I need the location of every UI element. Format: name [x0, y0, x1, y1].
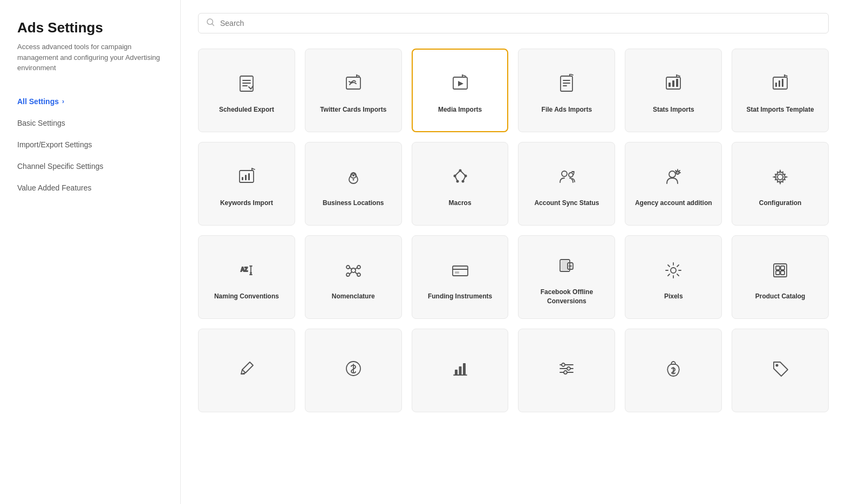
svg-rect-27: [779, 80, 780, 87]
svg-line-88: [668, 274, 670, 276]
sidebar-item-basic-settings[interactable]: Basic Settings: [17, 112, 163, 134]
card-row4-5[interactable]: [625, 329, 722, 412]
configuration-icon: [766, 163, 794, 191]
svg-rect-93: [781, 271, 784, 275]
svg-rect-90: [776, 266, 780, 270]
svg-point-66: [357, 265, 360, 269]
card-nomenclature[interactable]: Nomenclature: [305, 235, 402, 319]
svg-line-70: [355, 268, 357, 269]
svg-rect-20: [668, 83, 671, 87]
svg-rect-89: [774, 264, 787, 277]
svg-point-48: [456, 180, 459, 183]
svg-point-67: [346, 273, 350, 276]
nomenclature-icon: [339, 256, 367, 284]
svg-point-80: [671, 268, 676, 273]
card-row4-1[interactable]: [198, 329, 295, 412]
svg-line-18: [570, 74, 573, 75]
svg-rect-101: [463, 363, 466, 375]
svg-line-12: [462, 75, 466, 76]
svg-point-105: [562, 363, 565, 366]
card-media-imports[interactable]: Media Imports: [412, 49, 509, 132]
card-label-scheduled-export: Scheduled Export: [219, 105, 274, 114]
card-keywords-import[interactable]: Keywords Import: [198, 142, 295, 226]
svg-rect-32: [242, 177, 243, 180]
sidebar-nav: All Settings›Basic SettingsImport/Export…: [17, 91, 163, 199]
svg-point-38: [352, 174, 354, 176]
svg-rect-13: [561, 76, 572, 91]
svg-rect-75: [455, 271, 459, 274]
svg-rect-34: [248, 173, 250, 180]
card-label-macros: Macros: [449, 199, 472, 208]
svg-rect-100: [459, 366, 461, 375]
card-label-keywords-import: Keywords Import: [220, 199, 273, 208]
svg-rect-22: [676, 79, 678, 87]
card-funding-instruments[interactable]: Funding Instruments: [412, 235, 509, 319]
file-ads-icon: [552, 70, 581, 98]
chevron-right-icon: ›: [62, 98, 64, 105]
svg-rect-26: [775, 83, 777, 87]
svg-point-39: [352, 179, 354, 181]
sidebar-item-import-export[interactable]: Import/Export Settings: [17, 134, 163, 155]
card-twitter-cards-imports[interactable]: Twitter Cards Imports: [305, 49, 402, 132]
card-label-configuration: Configuration: [759, 199, 802, 208]
card-row4-6[interactable]: [732, 329, 829, 412]
card-scheduled-export[interactable]: Scheduled Export: [198, 49, 295, 132]
card-label-stat-imports-template: Stat Imports Template: [747, 105, 814, 114]
svg-line-72: [355, 272, 357, 274]
svg-rect-92: [776, 271, 780, 275]
svg-point-52: [669, 171, 676, 178]
card-agency-account-addition[interactable]: Agency account addition: [625, 142, 722, 226]
card-label-nomenclature: Nomenclature: [332, 292, 375, 301]
svg-text:Z: Z: [244, 267, 248, 273]
svg-line-94: [242, 370, 245, 373]
bar-chart-icon: [446, 355, 474, 383]
card-label-product-catalog: Product Catalog: [755, 292, 806, 301]
search-bar[interactable]: [198, 13, 829, 33]
sidebar-item-all-settings[interactable]: All Settings›: [17, 91, 163, 112]
card-business-locations[interactable]: Business Locations: [305, 142, 402, 226]
card-product-catalog[interactable]: Product Catalog: [732, 235, 829, 319]
stats-imports-icon: [659, 70, 687, 98]
scheduled-export-icon: [233, 70, 261, 98]
card-label-agency-account-addition: Agency account addition: [635, 199, 712, 208]
card-file-ads-imports[interactable]: File Ads Imports: [518, 49, 615, 132]
card-naming-conventions[interactable]: A Z Naming Conventions: [198, 235, 295, 319]
card-account-sync-status[interactable]: Account Sync Status: [518, 142, 615, 226]
svg-rect-28: [782, 79, 783, 87]
svg-point-106: [567, 367, 570, 370]
sidebar-item-value-added[interactable]: Value Added Features: [17, 177, 163, 199]
svg-point-107: [564, 371, 567, 374]
svg-line-1: [212, 24, 214, 25]
card-stat-imports-template[interactable]: Stat Imports Template: [732, 49, 829, 132]
svg-line-56: [676, 171, 677, 172]
search-input[interactable]: [220, 19, 821, 28]
stat-imports-template-icon: [766, 70, 794, 98]
macros-icon: [446, 163, 474, 191]
svg-point-42: [459, 169, 461, 172]
card-label-pixels: Pixels: [664, 292, 683, 301]
card-facebook-offline[interactable]: Facebook Offline Conversions: [518, 235, 615, 319]
svg-line-87: [677, 265, 679, 267]
naming-conventions-icon: A Z: [233, 256, 261, 284]
svg-point-68: [357, 273, 360, 276]
svg-point-58: [777, 174, 783, 180]
svg-point-50: [569, 173, 573, 177]
svg-marker-10: [458, 81, 463, 86]
svg-rect-99: [455, 370, 458, 375]
money-bag-icon: [659, 355, 687, 383]
card-pixels[interactable]: Pixels: [625, 235, 722, 319]
card-row4-4[interactable]: [518, 329, 615, 412]
svg-point-49: [562, 171, 567, 176]
card-row4-2[interactable]: [305, 329, 402, 412]
card-row4-3[interactable]: [412, 329, 509, 412]
svg-point-47: [461, 180, 464, 183]
card-label-naming-conventions: Naming Conventions: [214, 292, 279, 301]
cards-grid: Scheduled Export Twitter Cards Imports M…: [198, 49, 829, 412]
sidebar: Ads Settings Access advanced tools for c…: [0, 0, 181, 504]
card-stats-imports[interactable]: Stats Imports: [625, 49, 722, 132]
card-configuration[interactable]: Configuration: [732, 142, 829, 226]
sidebar-item-channel-specific[interactable]: Channel Specific Settings: [17, 155, 163, 177]
svg-line-86: [677, 274, 679, 276]
card-macros[interactable]: Macros: [412, 142, 509, 226]
card-label-facebook-offline: Facebook Offline Conversions: [524, 288, 609, 306]
